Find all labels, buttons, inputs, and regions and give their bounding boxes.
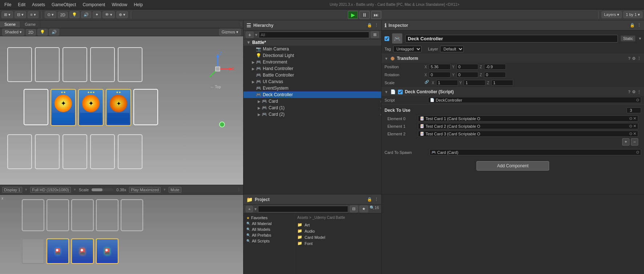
menu-component[interactable]: Component	[80, 1, 108, 8]
object-name-input[interactable]	[405, 35, 618, 42]
folder-font[interactable]: 📁 Font	[296, 240, 380, 246]
fx-btn[interactable]: ✦	[93, 11, 101, 18]
script-kebab[interactable]: ⋮	[637, 90, 641, 94]
scene-lighting-btn[interactable]: 💡	[37, 29, 48, 36]
deck-remove-btn[interactable]: −	[631, 138, 638, 146]
hier-event-system[interactable]: 🎮 EventSystem	[243, 85, 381, 91]
script-component-header[interactable]: ▼ 📄 Deck Controller (Script) ? ⚙ ⋮	[382, 88, 644, 96]
scale-x-input[interactable]	[436, 80, 458, 86]
resolution-label[interactable]: Full HD (1920x1080)	[30, 187, 71, 193]
tab-game[interactable]: Game	[20, 21, 40, 27]
hier-main-camera[interactable]: 📷 Main Camera	[243, 46, 381, 52]
tab-scene[interactable]: Scene	[0, 21, 20, 27]
project-kebab[interactable]: ⋮	[374, 197, 378, 202]
cts-target[interactable]: ⊙	[636, 150, 639, 155]
2d-btn[interactable]: 2D	[58, 12, 68, 18]
pos-z-input[interactable]	[484, 64, 506, 70]
rot-x-input[interactable]	[429, 72, 451, 78]
pos-y-input[interactable]	[456, 64, 478, 70]
transform-kebab[interactable]: ⋮	[637, 56, 641, 61]
menu-assets[interactable]: Assets	[29, 1, 48, 8]
play-button[interactable]: ▶	[348, 11, 358, 19]
mute-label[interactable]: Mute	[169, 187, 181, 193]
add-component-button[interactable]: Add Component	[476, 161, 549, 171]
hier-card-2[interactable]: ▶ 🎮 Card (2) ›	[243, 111, 381, 118]
menu-edit[interactable]: Edit	[15, 1, 28, 8]
transform-header[interactable]: ▼ ⊕ Transform ? ⚙ ⋮	[382, 54, 644, 63]
pivot-btn[interactable]: ⊙ ▾	[45, 11, 56, 18]
deck-add-btn[interactable]: +	[622, 138, 629, 146]
menu-window[interactable]: Window	[109, 1, 130, 8]
element-0-value[interactable]: 🃏 Test Card 1 (Card Scriptable O ⊙ ✕	[418, 115, 638, 122]
all-material-item[interactable]: 🔍 All Material	[245, 221, 293, 226]
scene-vis-btn[interactable]: 👁 ▾	[102, 11, 115, 18]
project-search[interactable]	[258, 206, 348, 212]
transform-tools[interactable]: ⊞ ▾	[1, 11, 13, 18]
el1-target[interactable]: ⊙	[629, 124, 632, 128]
script-help[interactable]: ?	[628, 90, 631, 94]
hierarchy-kebab[interactable]: ⋮	[374, 23, 378, 28]
el2-target[interactable]: ⊙	[629, 131, 632, 136]
tag-dropdown[interactable]: Untagged	[393, 46, 422, 52]
scale-y-input[interactable]	[464, 80, 486, 86]
inspector-kebab[interactable]: ⋮	[637, 23, 641, 28]
scale-z-input[interactable]	[491, 80, 513, 86]
lighting-btn[interactable]: 💡	[69, 11, 80, 18]
el1-remove[interactable]: ✕	[633, 124, 636, 128]
project-add-btn[interactable]: +	[246, 206, 253, 212]
object-enabled-checkbox[interactable]	[385, 36, 389, 41]
project-star-btn[interactable]: ★	[359, 205, 368, 212]
script-field-value[interactable]: 📄 DeckController ⊙	[428, 97, 641, 103]
transform-help[interactable]: ?	[628, 56, 631, 61]
scale-lock-icon[interactable]: 🔗	[424, 80, 429, 86]
rot-y-input[interactable]	[456, 72, 478, 78]
element-2-value[interactable]: 🃏 Test Card 3 (Card Scriptable O ⊙ ✕	[418, 131, 638, 137]
menu-gameobject[interactable]: GameObject	[49, 1, 79, 8]
pos-x-input[interactable]	[429, 64, 451, 70]
layers-btn[interactable]: Layers ▾	[601, 11, 622, 18]
hier-deck-controller[interactable]: 🎮 Deck Controller	[243, 91, 381, 98]
transform-settings[interactable]: ⚙	[632, 56, 636, 61]
hierarchy-add-btn[interactable]: +	[246, 32, 254, 38]
project-pin[interactable]: 🔒	[367, 197, 372, 202]
rot-z-input[interactable]	[484, 72, 506, 78]
step-button[interactable]: ⏭	[371, 11, 381, 19]
deck-count-input[interactable]	[627, 107, 641, 113]
folder-card-model[interactable]: 📁 Card Model	[296, 234, 380, 240]
pause-button[interactable]: ⏸	[359, 11, 370, 19]
hier-battle-controller[interactable]: 🎮 Battle Controller	[243, 72, 381, 78]
scene-2d-btn[interactable]: 2D	[26, 29, 36, 36]
scene-canvas[interactable]: ★★ ✦ ★★★ ✦ ★★ ✦	[0, 36, 243, 185]
element-1-value[interactable]: 🃏 Test Card 2 (Card Scriptable O ⊙ ✕	[418, 123, 638, 129]
hierarchy-view-btn[interactable]: ⊞	[371, 31, 379, 38]
hierarchy-scene-row[interactable]: ▼ Battle*	[243, 39, 381, 46]
layer-dropdown[interactable]: Default	[440, 46, 464, 52]
script-target-icon[interactable]: ⊙	[636, 98, 639, 102]
script-settings[interactable]: ⚙	[632, 90, 636, 94]
scene-shading-btn[interactable]: Shaded ▾	[2, 29, 24, 36]
folder-art[interactable]: 📁 Art	[296, 222, 380, 228]
scene-kebab[interactable]: ⋮	[239, 22, 243, 26]
static-dropdown[interactable]: ▾	[639, 36, 641, 41]
hierarchy-pin[interactable]: 🔒	[367, 23, 372, 28]
folder-audio[interactable]: 📁 Audio	[296, 228, 380, 234]
scale-slider[interactable]	[92, 188, 113, 191]
grid-tools[interactable]: ≡ ▾	[28, 11, 38, 18]
menu-help[interactable]: Help	[131, 1, 146, 8]
scene-audio-btn[interactable]: 🔊	[49, 29, 59, 36]
inspector-lock[interactable]: 🔒	[630, 23, 635, 28]
project-filter-btn[interactable]: ⊟	[350, 205, 358, 212]
gizmos-btn[interactable]: ⊕ ▾	[116, 11, 128, 18]
hier-card[interactable]: ▶ 🎮 Card ›	[243, 98, 381, 105]
script-enabled-checkbox[interactable]	[398, 90, 403, 94]
el2-remove[interactable]: ✕	[633, 131, 636, 136]
audio-btn[interactable]: 🔊	[81, 11, 91, 18]
hier-ui-canvas[interactable]: ▶ 🎮 UI Canvas	[243, 78, 381, 85]
all-scripts-item[interactable]: 🔍 All Scripts	[245, 238, 293, 244]
play-maximized[interactable]: Play Maximized	[129, 187, 161, 193]
all-prefabs-item[interactable]: 🔍 All Prefabs	[245, 232, 293, 238]
hier-environment[interactable]: ▶ 🎮 Environment	[243, 59, 381, 65]
layout-btn[interactable]: 1 by 1 ▾	[623, 11, 643, 18]
card-to-spawn-value[interactable]: 🎮 Card (Card) ⊙	[430, 149, 641, 155]
static-label[interactable]: Static	[621, 36, 635, 41]
